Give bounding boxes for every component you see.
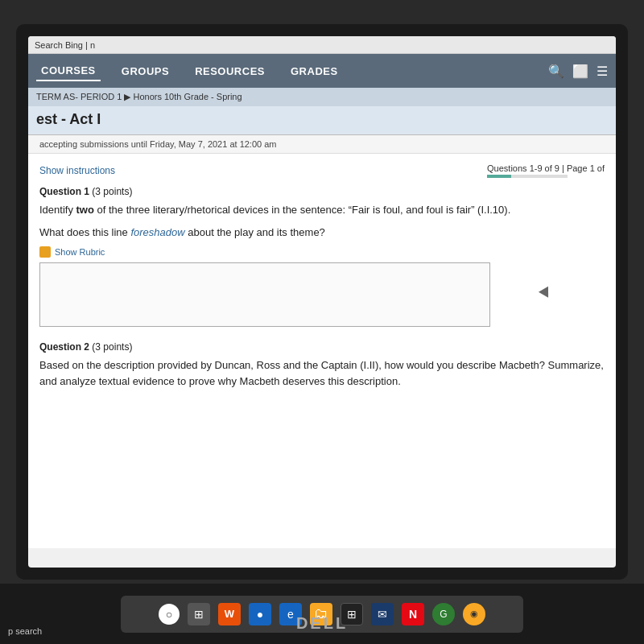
rubric-icon xyxy=(39,246,51,258)
question-1-header: Question 1 (3 points) xyxy=(39,186,605,197)
browser-bar: Search Bing | n xyxy=(28,36,616,54)
nav-bar: COURSES GROUPS RESOURCES GRADES 🔍 ⬜ ☰ xyxy=(28,54,616,88)
grid-button[interactable]: ⊞ xyxy=(188,603,210,625)
menu-icon[interactable]: ☰ xyxy=(597,64,608,79)
show-instructions-link[interactable]: Show instructions xyxy=(39,165,115,176)
dell-logo: DELL xyxy=(296,614,348,633)
circle-button[interactable]: ○ xyxy=(159,604,180,625)
nav-item-groups[interactable]: GROUPS xyxy=(117,62,174,80)
green-button[interactable]: G xyxy=(432,603,455,625)
laptop-screen: Search Bing | n COURSES GROUPS RESOURCES… xyxy=(28,36,616,568)
question-2-block: Question 2 (3 points) Based on the descr… xyxy=(39,341,605,389)
progress-bar-fill xyxy=(487,175,511,178)
word-button[interactable]: W xyxy=(218,603,241,625)
breadcrumb: TERM AS- PERIOD 1 ▶ Honors 10th Grade - … xyxy=(28,88,616,106)
question-1-text-part2: What does this line foreshadow about the… xyxy=(39,225,605,241)
q1-part3: What does this line xyxy=(39,226,130,238)
page-info-container: Questions 1-9 of 9 | Page 1 of xyxy=(487,163,605,178)
content-area: Show instructions Questions 1-9 of 9 | P… xyxy=(28,154,616,548)
nav-item-resources[interactable]: RESOURCES xyxy=(190,62,270,80)
question-1-answer-input[interactable] xyxy=(39,262,490,327)
q1-part4: about the play and its theme? xyxy=(185,226,325,238)
submission-text: accepting submissions until Friday, May … xyxy=(39,139,277,149)
question-1-number: Question 1 xyxy=(39,186,89,197)
search-icon[interactable]: 🔍 xyxy=(548,64,564,79)
q1-bold: two xyxy=(76,204,94,216)
q1-part1: Identify xyxy=(39,204,76,216)
taskbar-search-label: p search xyxy=(8,626,42,636)
breadcrumb-text: TERM AS- PERIOD 1 ▶ Honors 10th Grade - … xyxy=(36,92,242,101)
question-2-header: Question 2 (3 points) xyxy=(39,341,605,353)
question-1-text-part1: Identify two of the three literary/rheto… xyxy=(39,202,605,218)
show-rubric-link[interactable]: Show Rubric xyxy=(55,247,105,257)
browser-search-text: Search Bing | n xyxy=(35,40,95,50)
q1-part2: of the three literary/rhetorical devices… xyxy=(94,204,510,216)
nav-icons: 🔍 ⬜ ☰ xyxy=(548,64,608,79)
progress-bar xyxy=(487,175,568,178)
show-rubric-row: Show Rubric xyxy=(39,246,605,258)
question-2-text: Based on the description provided by Dun… xyxy=(39,357,605,389)
page-title: est - Act I xyxy=(36,111,608,128)
question-2-points: (3 points) xyxy=(92,341,132,353)
nav-item-grades[interactable]: GRADES xyxy=(286,62,343,80)
mail-button[interactable]: ✉ xyxy=(371,603,394,625)
submission-notice: accepting submissions until Friday, May … xyxy=(28,135,616,154)
question-1-points: (3 points) xyxy=(92,186,132,197)
page-info-text: Questions 1-9 of 9 | Page 1 of xyxy=(487,163,605,173)
laptop-bezel: Search Bing | n COURSES GROUPS RESOURCES… xyxy=(16,24,628,580)
netflix-button[interactable]: N xyxy=(402,603,424,625)
chrome-button[interactable]: ◉ xyxy=(463,603,485,625)
nav-item-courses[interactable]: COURSES xyxy=(36,61,101,81)
question-2-number: Question 2 xyxy=(39,341,89,353)
video-button[interactable]: ● xyxy=(249,603,271,625)
instructions-row: Show instructions Questions 1-9 of 9 | P… xyxy=(39,160,605,178)
question-1-block: Question 1 (3 points) Identify two of th… xyxy=(39,186,605,327)
page-title-bar: est - Act I xyxy=(28,106,616,135)
fullscreen-icon[interactable]: ⬜ xyxy=(572,64,588,79)
foreshadow-link[interactable]: foreshadow xyxy=(130,226,184,238)
